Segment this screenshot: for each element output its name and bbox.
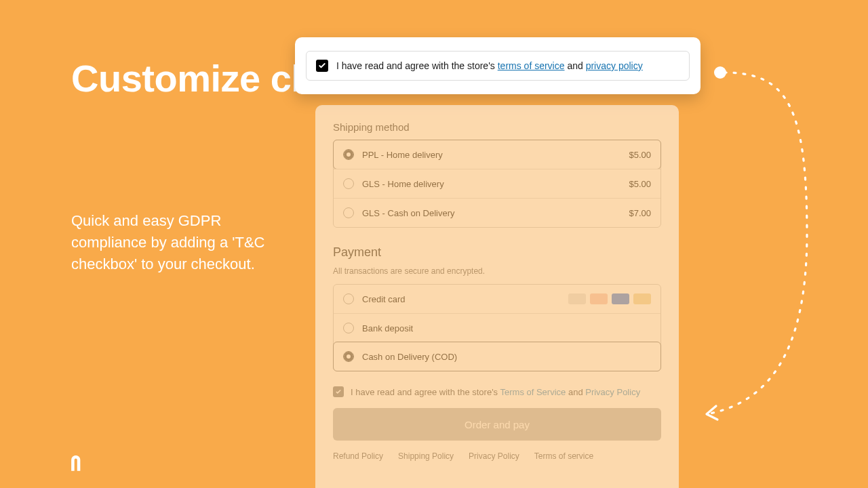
visa-icon bbox=[568, 293, 586, 304]
privacy-policy-link[interactable]: privacy policy bbox=[586, 60, 643, 71]
more-cards-icon bbox=[633, 293, 651, 304]
amex-icon bbox=[612, 293, 629, 304]
callout-arrow bbox=[705, 64, 827, 424]
payment-option[interactable]: Cash on Delivery (COD) bbox=[333, 342, 661, 371]
card-brand-icons bbox=[568, 293, 651, 304]
radio-icon bbox=[343, 293, 354, 304]
checkbox-icon[interactable] bbox=[316, 60, 328, 72]
privacy-link[interactable]: Privacy Policy bbox=[585, 387, 640, 397]
footer-link[interactable]: Privacy Policy bbox=[469, 451, 519, 461]
arrow-start-dot-icon bbox=[714, 66, 726, 79]
shipping-option[interactable]: GLS - Cash on Delivery $7.00 bbox=[334, 198, 660, 227]
radio-icon bbox=[343, 178, 354, 189]
footer-link[interactable]: Terms of service bbox=[534, 451, 593, 461]
terms-checkbox-row[interactable]: I have read and agree with the store's t… bbox=[306, 51, 690, 81]
radio-icon bbox=[343, 351, 354, 362]
terms-link[interactable]: Terms of Service bbox=[500, 387, 566, 397]
shipping-option[interactable]: GLS - Home delivery $5.00 bbox=[334, 169, 660, 198]
radio-icon bbox=[343, 323, 354, 333]
footer-link[interactable]: Shipping Policy bbox=[398, 451, 454, 461]
brand-logo bbox=[69, 455, 87, 473]
mastercard-icon bbox=[590, 293, 608, 304]
terms-checkbox-card: I have read and agree with the store's t… bbox=[295, 37, 701, 94]
terms-text: I have read and agree with the store's t… bbox=[336, 60, 643, 71]
payment-option[interactable]: Bank deposit bbox=[334, 313, 660, 342]
checkout-panel: Shipping method PPL - Home delivery $5.0… bbox=[315, 105, 679, 488]
shipping-options: PPL - Home delivery $5.00 GLS - Home del… bbox=[333, 140, 661, 228]
payment-option[interactable]: Credit card bbox=[334, 285, 660, 313]
terms-of-service-link[interactable]: terms of service bbox=[498, 60, 565, 71]
arrow-path bbox=[707, 73, 807, 414]
shipping-method-title: Shipping method bbox=[333, 121, 661, 133]
footer-links: Refund Policy Shipping Policy Privacy Po… bbox=[333, 451, 661, 461]
terms-checkbox-secondary[interactable]: I have read and agree with the store's T… bbox=[333, 386, 661, 397]
shipping-price: $5.00 bbox=[629, 150, 651, 160]
order-and-pay-button[interactable]: Order and pay bbox=[333, 408, 661, 441]
checkbox-icon bbox=[333, 386, 344, 397]
shipping-option[interactable]: PPL - Home delivery $5.00 bbox=[333, 140, 661, 169]
arrow-head-icon bbox=[707, 406, 717, 420]
shipping-price: $7.00 bbox=[629, 208, 651, 218]
logo-icon bbox=[69, 455, 87, 473]
shipping-price: $5.00 bbox=[629, 179, 651, 189]
payment-options: Credit card Bank deposit Cash on Deliver… bbox=[333, 284, 661, 371]
payment-note: All transactions are secure and encrypte… bbox=[333, 266, 661, 276]
payment-title: Payment bbox=[333, 245, 661, 260]
radio-icon bbox=[343, 207, 354, 218]
radio-icon bbox=[343, 149, 354, 160]
footer-link[interactable]: Refund Policy bbox=[333, 451, 383, 461]
page-subheadline: Quick and easy GDPR compliance by adding… bbox=[71, 210, 268, 275]
